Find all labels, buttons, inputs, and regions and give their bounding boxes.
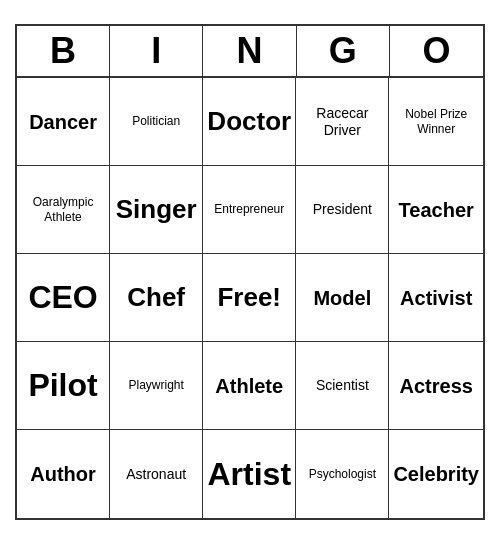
bingo-cell: Racecar Driver (296, 78, 389, 166)
bingo-cell: President (296, 166, 389, 254)
bingo-cell: Actress (389, 342, 483, 430)
cell-label: Free! (217, 282, 281, 313)
header-letter: B (17, 26, 110, 76)
bingo-cell: Chef (110, 254, 203, 342)
header-letter: G (297, 26, 390, 76)
cell-label: Astronaut (126, 466, 186, 483)
cell-label: Singer (116, 194, 197, 225)
cell-label: Psychologist (309, 467, 376, 481)
bingo-card: BINGO DancerPoliticianDoctorRacecar Driv… (15, 24, 485, 520)
bingo-cell: Oaralympic Athlete (17, 166, 110, 254)
bingo-cell: Teacher (389, 166, 483, 254)
cell-label: Scientist (316, 377, 369, 394)
bingo-cell: CEO (17, 254, 110, 342)
cell-label: Chef (127, 282, 185, 313)
cell-label: Oaralympic Athlete (21, 195, 105, 224)
bingo-cell: Activist (389, 254, 483, 342)
cell-label: Actress (400, 374, 473, 398)
bingo-cell: Singer (110, 166, 203, 254)
cell-label: Athlete (215, 374, 283, 398)
cell-label: Doctor (207, 106, 291, 137)
bingo-cell: Dancer (17, 78, 110, 166)
bingo-cell: Artist (203, 430, 296, 518)
bingo-cell: Athlete (203, 342, 296, 430)
bingo-cell: Celebrity (389, 430, 483, 518)
cell-label: President (313, 201, 372, 218)
cell-label: Nobel Prize Winner (393, 107, 479, 136)
cell-label: Activist (400, 286, 472, 310)
cell-label: Pilot (28, 366, 97, 404)
cell-label: Politician (132, 114, 180, 128)
bingo-cell: Free! (203, 254, 296, 342)
cell-label: Racecar Driver (300, 105, 384, 139)
cell-label: Dancer (29, 110, 97, 134)
cell-label: Teacher (399, 198, 474, 222)
bingo-cell: Doctor (203, 78, 296, 166)
bingo-grid: DancerPoliticianDoctorRacecar DriverNobe… (17, 78, 483, 518)
bingo-header: BINGO (17, 26, 483, 78)
bingo-cell: Scientist (296, 342, 389, 430)
bingo-cell: Entrepreneur (203, 166, 296, 254)
cell-label: Playwright (128, 378, 183, 392)
cell-label: Celebrity (393, 462, 479, 486)
bingo-cell: Model (296, 254, 389, 342)
bingo-cell: Psychologist (296, 430, 389, 518)
bingo-cell: Politician (110, 78, 203, 166)
cell-label: Model (313, 286, 371, 310)
bingo-cell: Author (17, 430, 110, 518)
header-letter: N (203, 26, 296, 76)
bingo-cell: Astronaut (110, 430, 203, 518)
cell-label: Artist (207, 455, 291, 493)
bingo-cell: Playwright (110, 342, 203, 430)
header-letter: O (390, 26, 483, 76)
header-letter: I (110, 26, 203, 76)
bingo-cell: Pilot (17, 342, 110, 430)
bingo-cell: Nobel Prize Winner (389, 78, 483, 166)
cell-label: Author (30, 462, 96, 486)
cell-label: CEO (28, 278, 97, 316)
cell-label: Entrepreneur (214, 202, 284, 216)
